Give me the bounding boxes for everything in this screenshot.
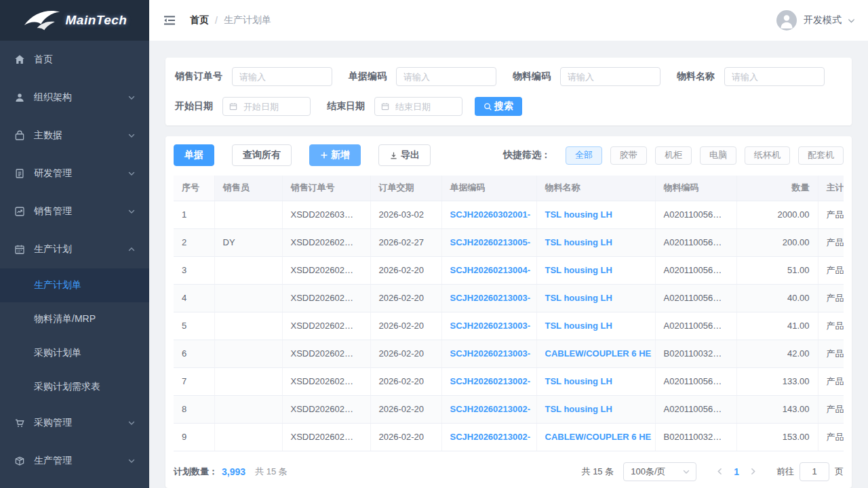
sidebar-item-purchase-plan-order[interactable]: 采购计划单 [0, 336, 149, 370]
cell-material-code: A020110056… [655, 312, 736, 340]
doc-code-link[interactable]: SCJH20260213002- [441, 367, 536, 395]
export-button[interactable]: 导出 [378, 144, 431, 166]
material-name-link[interactable]: TSL housing LH [536, 395, 655, 423]
material-name-input[interactable] [724, 67, 825, 86]
cell-material-code: A020110056… [655, 395, 736, 423]
topbar: 首页 / 生产计划单 开发模式 [149, 0, 868, 41]
cell-qty: 2000.00 [736, 201, 818, 228]
prev-page-icon[interactable] [711, 467, 728, 476]
cell-qty: 143.00 [736, 395, 818, 423]
material-code-label: 物料编码 [513, 70, 551, 83]
doc-code-input[interactable] [396, 67, 496, 86]
goto-page-input[interactable] [800, 462, 829, 481]
submenu-item-label: 物料清单/MRP [34, 313, 96, 325]
quick-filter-cabinet[interactable]: 机柜 [655, 146, 692, 165]
doc-code-link[interactable]: SCJH20260213003- [441, 284, 536, 312]
material-name-link[interactable]: CABLEW/COUPLER 6 HE [536, 340, 655, 367]
sales-order-input[interactable] [232, 67, 332, 86]
cell-material-code: A020110056… [655, 367, 736, 395]
cell-qty: 41.00 [736, 312, 818, 340]
doc-code-link[interactable]: SCJH20260213003- [441, 340, 536, 367]
material-name-label: 物料名称 [677, 70, 715, 83]
sidebar-item-production-plan-order[interactable]: 生产计划单 [0, 268, 149, 302]
doc-code-link[interactable]: SCJH20260213005- [441, 228, 536, 256]
page-size-select[interactable]: 100条/页 [623, 462, 696, 481]
table-row[interactable]: 9XSDD202602…2026-02-20SCJH20260213002-CA… [174, 423, 844, 451]
material-name-link[interactable]: CABLEW/COUPLER 6 HE [536, 423, 655, 451]
cell-material-code: A020110056… [655, 228, 736, 256]
chevron-down-icon [682, 468, 690, 476]
quick-filter-cup-machine[interactable]: 纸杯机 [745, 146, 790, 165]
download-icon [389, 151, 398, 160]
cell-due-date: 2026-03-02 [370, 201, 441, 228]
chevron-up-icon [127, 245, 136, 253]
doc-code-link[interactable]: SCJH20260213002- [441, 395, 536, 423]
quick-filter-computer[interactable]: 电脑 [700, 146, 736, 165]
sidebar-item-production-plan[interactable]: 生产计划 [0, 230, 149, 268]
table-row[interactable]: 5XSDD202602…2026-02-20SCJH20260213003-TS… [174, 312, 844, 340]
table-row[interactable]: 8XSDD202602…2026-02-20SCJH20260213002-TS… [174, 395, 844, 423]
sidebar-item-organization[interactable]: 组织架构 [0, 79, 149, 117]
doc-code-label: 单据编码 [349, 70, 387, 83]
sidebar-item-label: 采购管理 [34, 417, 72, 429]
sidebar-collapse-icon[interactable] [163, 14, 178, 27]
table-row[interactable]: 3XSDD202602…2026-02-20SCJH20260213004-TS… [174, 256, 844, 284]
current-page[interactable]: 1 [728, 466, 745, 477]
col-unit: 主计 [818, 176, 844, 201]
sidebar-item-purchase-management[interactable]: 采购管理 [0, 404, 149, 442]
material-name-link[interactable]: TSL housing LH [536, 312, 655, 340]
sidebar-item-sales-management[interactable]: 销售管理 [0, 192, 149, 230]
cell-qty: 133.00 [736, 367, 818, 395]
cell-salesperson: DY [214, 228, 282, 256]
table-row[interactable]: 1XSDD202603…2026-03-02SCJH20260302001-TS… [174, 201, 844, 228]
col-material-name: 物料名称 [536, 176, 655, 201]
doc-code-link[interactable]: SCJH20260302001- [441, 201, 536, 228]
table-row[interactable]: 7XSDD202602…2026-02-20SCJH20260213002-TS… [174, 367, 844, 395]
breadcrumb-current: 生产计划单 [224, 14, 271, 26]
doc-button[interactable]: 单据 [174, 144, 214, 166]
cell-sales-order: XSDD202602… [282, 367, 370, 395]
cell-salesperson [214, 201, 282, 228]
sidebar-item-home[interactable]: 首页 [0, 41, 149, 79]
doc-code-link[interactable]: SCJH20260213003- [441, 312, 536, 340]
cell-salesperson [214, 340, 282, 367]
cell-seq: 9 [174, 423, 214, 451]
cell-sales-order: XSDD202603… [282, 201, 370, 228]
sidebar-item-bom-mrp[interactable]: 物料清单/MRP [0, 302, 149, 336]
user-menu[interactable]: 开发模式 [776, 10, 856, 30]
sidebar-item-purchase-plan-demand[interactable]: 采购计划需求表 [0, 370, 149, 404]
table-body: 1XSDD202603…2026-03-02SCJH20260302001-TS… [174, 201, 844, 451]
doc-code-link[interactable]: SCJH20260213002- [441, 423, 536, 451]
add-button[interactable]: 新增 [309, 144, 361, 166]
material-name-link[interactable]: TSL housing LH [536, 228, 655, 256]
table-toolbar: 单据 查询所有 新增 导出 快捷筛选 [174, 144, 844, 166]
quick-filter-accessory[interactable]: 配套机 [798, 146, 844, 165]
material-name-link[interactable]: TSL housing LH [536, 367, 655, 395]
pagination: 共 15 条 100条/页 1 前往 [582, 462, 844, 481]
cell-due-date: 2026-02-20 [370, 312, 441, 340]
material-name-link[interactable]: TSL housing LH [536, 201, 655, 228]
cell-due-date: 2026-02-20 [370, 423, 441, 451]
chevron-down-icon [127, 169, 136, 178]
quick-filter-tape[interactable]: 胶带 [610, 146, 647, 165]
search-button[interactable]: 搜索 [475, 97, 522, 116]
sidebar-item-master-data[interactable]: 主数据 [0, 117, 149, 155]
material-name-link[interactable]: TSL housing LH [536, 256, 655, 284]
table-row[interactable]: 2DYXSDD202602…2026-02-27SCJH20260213005-… [174, 228, 844, 256]
query-all-button[interactable]: 查询所有 [232, 144, 292, 166]
breadcrumb-home[interactable]: 首页 [190, 14, 209, 26]
table-row[interactable]: 4XSDD202602…2026-02-20SCJH20260213003-TS… [174, 284, 844, 312]
col-doc-code: 单据编码 [441, 176, 536, 201]
doc-code-link[interactable]: SCJH20260213004- [441, 256, 536, 284]
sidebar-item-rd-management[interactable]: 研发管理 [0, 155, 149, 192]
material-name-link[interactable]: TSL housing LH [536, 284, 655, 312]
next-page-icon[interactable] [745, 467, 762, 476]
material-code-input[interactable] [560, 67, 660, 86]
cell-qty: 51.00 [736, 256, 818, 284]
table-scroll-area[interactable]: 序号 销售员 销售订单号 订单交期 单据编码 物料名称 物料编码 数量 主计 1… [174, 176, 844, 455]
sidebar-item-production-management[interactable]: 生产管理 [0, 442, 149, 480]
quick-filter-all[interactable]: 全部 [566, 146, 602, 165]
table-row[interactable]: 6XSDD202602…2026-02-20SCJH20260213003-CA… [174, 340, 844, 367]
cell-unit: 产品 [818, 228, 844, 256]
search-button-label: 搜索 [494, 100, 513, 113]
